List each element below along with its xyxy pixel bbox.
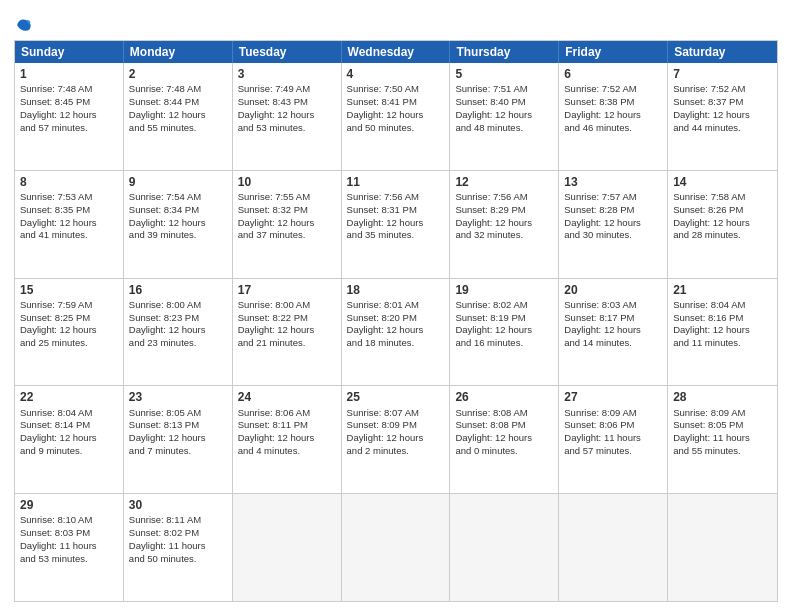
day-number: 8	[20, 174, 118, 190]
calendar-cell: 25Sunrise: 8:07 AMSunset: 8:09 PMDayligh…	[342, 386, 451, 493]
day-info: and 21 minutes.	[238, 337, 336, 350]
calendar-cell: 11Sunrise: 7:56 AMSunset: 8:31 PMDayligh…	[342, 171, 451, 278]
calendar-cell: 15Sunrise: 7:59 AMSunset: 8:25 PMDayligh…	[15, 279, 124, 386]
day-info: and 11 minutes.	[673, 337, 772, 350]
day-info: Sunset: 8:38 PM	[564, 96, 662, 109]
day-info: Sunset: 8:19 PM	[455, 312, 553, 325]
day-info: Daylight: 12 hours	[129, 324, 227, 337]
day-info: Sunrise: 7:56 AM	[347, 191, 445, 204]
calendar-cell: 28Sunrise: 8:09 AMSunset: 8:05 PMDayligh…	[668, 386, 777, 493]
day-info: and 46 minutes.	[564, 122, 662, 135]
day-info: Sunset: 8:08 PM	[455, 419, 553, 432]
day-info: Sunset: 8:29 PM	[455, 204, 553, 217]
day-info: Daylight: 11 hours	[564, 432, 662, 445]
weekday-header: Thursday	[450, 41, 559, 63]
day-info: Daylight: 12 hours	[129, 217, 227, 230]
day-number: 19	[455, 282, 553, 298]
calendar-cell: 4Sunrise: 7:50 AMSunset: 8:41 PMDaylight…	[342, 63, 451, 170]
day-info: and 57 minutes.	[20, 122, 118, 135]
calendar-cell: 19Sunrise: 8:02 AMSunset: 8:19 PMDayligh…	[450, 279, 559, 386]
day-info: Sunrise: 8:04 AM	[673, 299, 772, 312]
day-info: Daylight: 12 hours	[455, 217, 553, 230]
day-info: Sunrise: 7:56 AM	[455, 191, 553, 204]
day-info: Sunrise: 7:54 AM	[129, 191, 227, 204]
day-info: and 28 minutes.	[673, 229, 772, 242]
calendar-cell	[668, 494, 777, 601]
calendar-cell: 5Sunrise: 7:51 AMSunset: 8:40 PMDaylight…	[450, 63, 559, 170]
day-number: 7	[673, 66, 772, 82]
day-info: and 0 minutes.	[455, 445, 553, 458]
calendar: SundayMondayTuesdayWednesdayThursdayFrid…	[14, 40, 778, 602]
calendar-cell: 14Sunrise: 7:58 AMSunset: 8:26 PMDayligh…	[668, 171, 777, 278]
day-info: Daylight: 12 hours	[20, 109, 118, 122]
day-info: Sunset: 8:20 PM	[347, 312, 445, 325]
day-info: and 30 minutes.	[564, 229, 662, 242]
calendar-cell: 17Sunrise: 8:00 AMSunset: 8:22 PMDayligh…	[233, 279, 342, 386]
day-info: Sunrise: 8:00 AM	[129, 299, 227, 312]
calendar-body: 1Sunrise: 7:48 AMSunset: 8:45 PMDaylight…	[15, 63, 777, 601]
day-info: Sunset: 8:06 PM	[564, 419, 662, 432]
day-info: Sunset: 8:35 PM	[20, 204, 118, 217]
calendar-row: 22Sunrise: 8:04 AMSunset: 8:14 PMDayligh…	[15, 386, 777, 494]
day-info: and 2 minutes.	[347, 445, 445, 458]
day-info: Sunset: 8:16 PM	[673, 312, 772, 325]
day-info: Daylight: 12 hours	[347, 217, 445, 230]
day-number: 4	[347, 66, 445, 82]
day-info: and 50 minutes.	[347, 122, 445, 135]
day-info: and 4 minutes.	[238, 445, 336, 458]
day-info: Daylight: 12 hours	[20, 217, 118, 230]
day-info: Sunrise: 8:03 AM	[564, 299, 662, 312]
day-info: Sunset: 8:14 PM	[20, 419, 118, 432]
day-info: Sunrise: 7:53 AM	[20, 191, 118, 204]
day-info: Daylight: 12 hours	[455, 324, 553, 337]
day-number: 18	[347, 282, 445, 298]
day-info: Sunset: 8:34 PM	[129, 204, 227, 217]
day-info: Daylight: 12 hours	[347, 432, 445, 445]
day-info: Daylight: 12 hours	[238, 432, 336, 445]
day-info: Sunrise: 7:59 AM	[20, 299, 118, 312]
day-info: and 32 minutes.	[455, 229, 553, 242]
day-number: 11	[347, 174, 445, 190]
day-info: Daylight: 11 hours	[673, 432, 772, 445]
calendar-row: 15Sunrise: 7:59 AMSunset: 8:25 PMDayligh…	[15, 279, 777, 387]
top-section	[14, 10, 778, 34]
calendar-cell: 30Sunrise: 8:11 AMSunset: 8:02 PMDayligh…	[124, 494, 233, 601]
day-number: 13	[564, 174, 662, 190]
day-info: Sunrise: 7:52 AM	[673, 83, 772, 96]
day-info: Sunset: 8:05 PM	[673, 419, 772, 432]
day-info: Sunrise: 8:06 AM	[238, 407, 336, 420]
calendar-cell: 24Sunrise: 8:06 AMSunset: 8:11 PMDayligh…	[233, 386, 342, 493]
day-number: 3	[238, 66, 336, 82]
day-number: 1	[20, 66, 118, 82]
logo-icon	[14, 14, 34, 34]
day-info: Sunrise: 8:08 AM	[455, 407, 553, 420]
day-info: and 18 minutes.	[347, 337, 445, 350]
calendar-page: SundayMondayTuesdayWednesdayThursdayFrid…	[0, 0, 792, 612]
weekday-header: Wednesday	[342, 41, 451, 63]
day-info: Sunrise: 7:51 AM	[455, 83, 553, 96]
calendar-cell: 13Sunrise: 7:57 AMSunset: 8:28 PMDayligh…	[559, 171, 668, 278]
day-number: 26	[455, 389, 553, 405]
weekday-header: Monday	[124, 41, 233, 63]
day-info: Sunrise: 7:57 AM	[564, 191, 662, 204]
logo	[14, 14, 38, 34]
day-info: and 53 minutes.	[20, 553, 118, 566]
calendar-cell: 9Sunrise: 7:54 AMSunset: 8:34 PMDaylight…	[124, 171, 233, 278]
day-info: Sunset: 8:28 PM	[564, 204, 662, 217]
day-info: and 16 minutes.	[455, 337, 553, 350]
day-info: Daylight: 11 hours	[129, 540, 227, 553]
day-info: Sunset: 8:02 PM	[129, 527, 227, 540]
day-info: Sunrise: 8:04 AM	[20, 407, 118, 420]
calendar-cell: 12Sunrise: 7:56 AMSunset: 8:29 PMDayligh…	[450, 171, 559, 278]
day-info: and 57 minutes.	[564, 445, 662, 458]
day-info: Daylight: 12 hours	[564, 109, 662, 122]
day-info: Sunset: 8:32 PM	[238, 204, 336, 217]
day-number: 20	[564, 282, 662, 298]
day-info: and 7 minutes.	[129, 445, 227, 458]
day-info: Sunrise: 8:11 AM	[129, 514, 227, 527]
calendar-cell	[342, 494, 451, 601]
day-number: 15	[20, 282, 118, 298]
calendar-cell: 26Sunrise: 8:08 AMSunset: 8:08 PMDayligh…	[450, 386, 559, 493]
day-number: 21	[673, 282, 772, 298]
day-info: Daylight: 12 hours	[564, 324, 662, 337]
